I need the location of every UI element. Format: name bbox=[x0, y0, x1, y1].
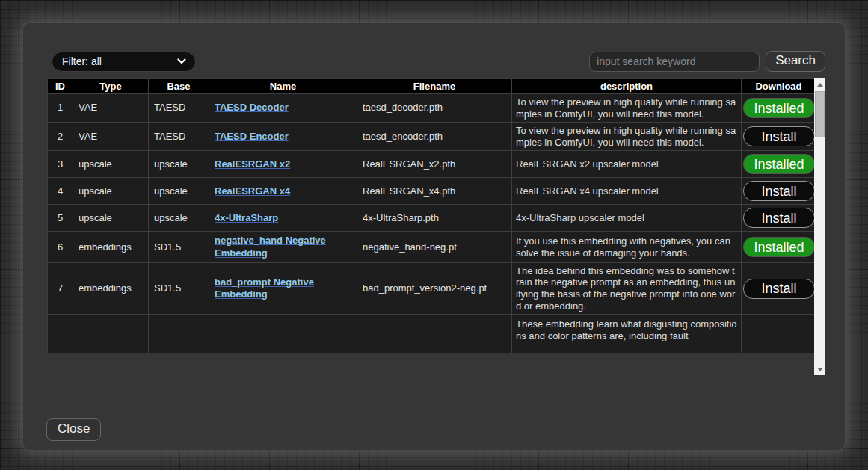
cell-description: 4x-UltraSharp upscaler model bbox=[512, 205, 742, 232]
cell-type: VAE bbox=[73, 123, 149, 151]
cell-filename: taesd_decoder.pth bbox=[357, 94, 512, 123]
cell-filename bbox=[357, 315, 512, 353]
table-row: These embedding learn what disgusting co… bbox=[48, 315, 815, 353]
scrollbar-thumb[interactable] bbox=[815, 91, 825, 137]
cell-name: RealESRGAN x2 bbox=[209, 151, 357, 178]
download-button[interactable]: Install bbox=[743, 279, 814, 299]
cell-base: upscale bbox=[149, 178, 209, 205]
cell-base: SD1.5 bbox=[149, 262, 209, 314]
cell-id: 4 bbox=[48, 178, 73, 205]
cell-download: Installed bbox=[742, 232, 815, 263]
header-description: description bbox=[512, 79, 742, 94]
close-button[interactable]: Close bbox=[46, 418, 101, 441]
cell-base: upscale bbox=[149, 205, 209, 232]
cell-filename: 4x-UltraSharp.pth bbox=[357, 205, 512, 232]
arrow-up-icon bbox=[817, 83, 823, 87]
model-table: ID Type Base Name Filename description D… bbox=[47, 78, 814, 353]
cell-download: Installed bbox=[742, 151, 815, 178]
table-row: 5 upscale upscale 4x-UltraSharp 4x-Ultra… bbox=[48, 205, 815, 232]
cell-filename: RealESRGAN_x4.pth bbox=[357, 178, 512, 205]
model-link[interactable]: RealESRGAN x4 bbox=[215, 185, 290, 197]
chevron-down-icon bbox=[177, 58, 186, 64]
model-table-viewport: ID Type Base Name Filename description D… bbox=[47, 78, 814, 375]
search-button[interactable]: Search bbox=[766, 51, 825, 72]
cell-type bbox=[73, 315, 149, 353]
scrollbar-up-button[interactable] bbox=[814, 78, 825, 90]
download-button[interactable]: Install bbox=[743, 181, 814, 201]
download-button[interactable]: Installed bbox=[743, 154, 814, 174]
table-row: 2 VAE TAESD TAESD Encoder taesd_encoder.… bbox=[48, 123, 815, 151]
scrollbar-track[interactable] bbox=[814, 78, 825, 375]
cell-id: 2 bbox=[48, 123, 73, 151]
cell-id: 5 bbox=[48, 205, 73, 232]
model-link[interactable]: RealESRGAN x2 bbox=[215, 158, 290, 170]
table-row: 7 embeddings SD1.5 bad_prompt Negative E… bbox=[48, 262, 815, 314]
cell-description: These embedding learn what disgusting co… bbox=[512, 315, 742, 353]
header-download: Download bbox=[742, 79, 815, 94]
cell-base: upscale bbox=[149, 151, 209, 178]
cell-type: upscale bbox=[73, 178, 149, 205]
model-table-area: ID Type Base Name Filename description D… bbox=[47, 78, 825, 375]
cell-download: Install bbox=[742, 205, 815, 232]
table-row: 3 upscale upscale RealESRGAN x2 RealESRG… bbox=[48, 151, 815, 178]
cell-type: embeddings bbox=[73, 232, 149, 263]
download-button[interactable]: Install bbox=[743, 126, 814, 146]
cell-base: SD1.5 bbox=[149, 232, 209, 263]
search-input[interactable] bbox=[589, 52, 760, 72]
cell-type: VAE bbox=[73, 94, 149, 123]
cell-id: 1 bbox=[48, 94, 73, 123]
cell-name bbox=[209, 315, 357, 353]
cell-description: The idea behind this embedding was to so… bbox=[512, 262, 742, 314]
cell-filename: taesd_encoder.pth bbox=[357, 123, 512, 151]
filter-select-label: Filter: all bbox=[62, 55, 102, 67]
cell-name: 4x-UltraSharp bbox=[209, 205, 357, 232]
cell-name: negative_hand Negative Embedding bbox=[209, 232, 357, 263]
scrollbar-down-button[interactable] bbox=[814, 363, 825, 375]
cell-name: TAESD Encoder bbox=[209, 123, 357, 151]
cell-id: 6 bbox=[48, 232, 73, 263]
toolbar: Filter: all Search bbox=[47, 51, 825, 72]
cell-description: To view the preview in high quality whil… bbox=[512, 94, 742, 123]
cell-type: upscale bbox=[73, 205, 149, 232]
cell-download: Install bbox=[742, 123, 815, 151]
cell-description: RealESRGAN x4 upscaler model bbox=[512, 178, 742, 205]
download-button[interactable]: Installed bbox=[743, 98, 814, 118]
cell-description: If you use this embedding with negatives… bbox=[512, 232, 742, 263]
cell-download bbox=[742, 315, 815, 353]
table-row: 4 upscale upscale RealESRGAN x4 RealESRG… bbox=[48, 178, 815, 205]
header-name: Name bbox=[209, 79, 357, 94]
cell-download: Installed bbox=[742, 94, 815, 123]
cell-type: upscale bbox=[73, 151, 149, 178]
filter-select[interactable]: Filter: all bbox=[52, 52, 196, 72]
cell-base: TAESD bbox=[149, 94, 209, 123]
model-link[interactable]: negative_hand Negative Embedding bbox=[215, 235, 326, 258]
search-group: Search bbox=[589, 51, 825, 72]
arrow-down-icon bbox=[817, 368, 823, 371]
model-link[interactable]: bad_prompt Negative Embedding bbox=[215, 276, 314, 300]
cell-description: To view the preview in high quality whil… bbox=[512, 123, 742, 151]
cell-download: Install bbox=[742, 178, 815, 205]
cell-name: TAESD Decoder bbox=[209, 94, 357, 123]
table-row: 6 embeddings SD1.5 negative_hand Negativ… bbox=[48, 232, 815, 263]
cell-id bbox=[48, 315, 73, 353]
cell-base bbox=[149, 315, 209, 353]
cell-filename: RealESRGAN_x2.pth bbox=[357, 151, 512, 178]
model-link[interactable]: TAESD Decoder bbox=[215, 102, 289, 113]
model-link[interactable]: TAESD Encoder bbox=[215, 131, 289, 142]
cell-base: TAESD bbox=[149, 123, 209, 151]
cell-name: bad_prompt Negative Embedding bbox=[209, 262, 357, 314]
header-id: ID bbox=[48, 79, 73, 94]
cell-filename: negative_hand-neg.pt bbox=[357, 232, 512, 263]
cell-type: embeddings bbox=[73, 262, 149, 314]
cell-name: RealESRGAN x4 bbox=[209, 178, 357, 205]
header-filename: Filename bbox=[357, 79, 512, 94]
cell-download: Install bbox=[742, 262, 815, 314]
download-button[interactable]: Installed bbox=[743, 237, 814, 257]
install-models-dialog: Filter: all Search ID Type Base Name bbox=[22, 22, 846, 451]
table-header-row: ID Type Base Name Filename description D… bbox=[48, 79, 815, 94]
download-button[interactable]: Install bbox=[743, 208, 814, 228]
model-link[interactable]: 4x-UltraSharp bbox=[215, 212, 278, 223]
cell-filename: bad_prompt_version2-neg.pt bbox=[357, 262, 512, 314]
cell-description: RealESRGAN x2 upscaler model bbox=[512, 151, 742, 178]
header-base: Base bbox=[149, 79, 209, 94]
